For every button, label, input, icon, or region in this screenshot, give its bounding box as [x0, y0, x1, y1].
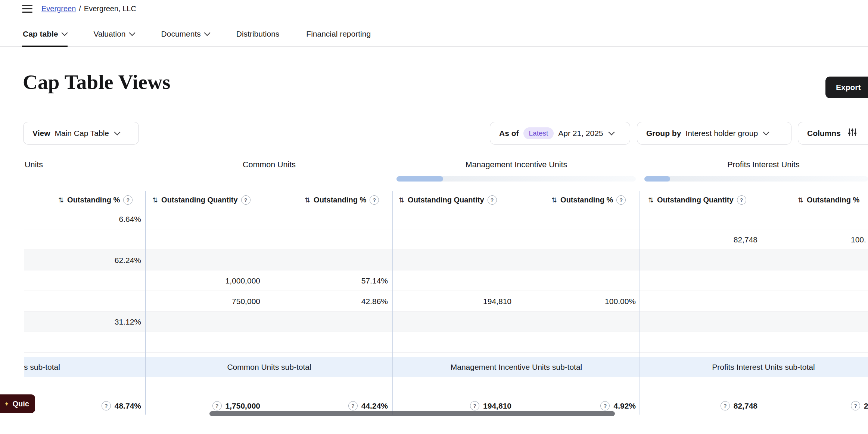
export-button[interactable]: Export — [825, 77, 868, 98]
subtotal-gap-row — [24, 377, 868, 396]
table-row[interactable] — [24, 332, 868, 353]
as-of-label: As of — [499, 129, 519, 138]
view-value: Main Cap Table — [55, 129, 109, 138]
help-icon[interactable]: ? — [737, 195, 746, 205]
table-row[interactable]: 82,748 100. — [24, 229, 868, 250]
tab-valuation-label: Valuation — [94, 30, 126, 38]
cell-outstanding-quantity: 194,810 — [393, 291, 511, 311]
subtotal-label-profits-interest-units: Profits Interest Units sub-total — [640, 357, 868, 377]
breadcrumb-current: Evergreen, LLC — [84, 4, 136, 13]
help-icon[interactable]: ? — [370, 195, 379, 205]
group-scroll-thumb[interactable] — [644, 176, 670, 182]
table-row[interactable]: 62.24% — [24, 250, 868, 270]
help-icon[interactable]: ? — [102, 401, 111, 410]
sort-icon[interactable]: ⇅ — [648, 196, 654, 204]
columns-label: Columns — [807, 129, 841, 138]
help-icon[interactable]: ? — [470, 401, 479, 410]
tab-documents-label: Documents — [161, 30, 201, 38]
help-icon[interactable]: ? — [241, 195, 251, 205]
tab-financial-reporting-label: Financial reporting — [306, 30, 371, 38]
group-scroll-thumb[interactable] — [396, 176, 443, 182]
subtotal-outstanding-quantity: ? 82,748 — [640, 396, 757, 416]
table-row[interactable]: 6.64% — [24, 209, 868, 229]
header-outstanding-pct[interactable]: ⇅ Outstanding % — [798, 191, 859, 209]
tab-cap-table[interactable]: Cap table — [23, 22, 67, 46]
sort-icon[interactable]: ⇅ — [152, 196, 158, 204]
tab-valuation[interactable]: Valuation — [94, 22, 134, 46]
tab-documents[interactable]: Documents — [161, 22, 209, 46]
header-outstanding-pct[interactable]: ⇅ Outstanding % ? — [305, 191, 379, 209]
sort-icon[interactable]: ⇅ — [305, 196, 310, 204]
help-icon[interactable]: ? — [851, 401, 860, 410]
sort-icon[interactable]: ⇅ — [551, 196, 557, 204]
as-of-date: Apr 21, 2025 — [558, 129, 603, 138]
cell-outstanding-quantity: 750,000 — [146, 291, 260, 311]
column-header-row: ⇅ Outstanding % ? ⇅ Outstanding Quantity… — [24, 191, 868, 210]
table-row[interactable]: 1,000,000 57.14% — [24, 270, 868, 291]
sort-icon[interactable]: ⇅ — [58, 196, 64, 204]
help-icon[interactable]: ? — [488, 195, 497, 205]
top-bar: Evergreen / Evergreen, LLC — [22, 4, 136, 13]
header-outstanding-pct[interactable]: ⇅ Outstanding % ? — [551, 191, 626, 209]
help-icon[interactable]: ? — [123, 195, 133, 205]
hamburger-menu-icon[interactable] — [22, 5, 32, 13]
header-outstanding-quantity[interactable]: ⇅ Outstanding Quantity ? — [648, 191, 746, 209]
breadcrumb-company-link[interactable]: Evergreen — [41, 4, 76, 13]
group-by-selector[interactable]: Group by Interest holder group — [637, 122, 791, 145]
view-selector[interactable]: View Main Cap Table — [23, 122, 139, 145]
cap-table-viewport: Units Common Units Management Incentive … — [24, 159, 868, 434]
cell-outstanding-pct: 100.00% — [545, 291, 636, 311]
view-label: View — [32, 129, 50, 138]
latest-badge: Latest — [523, 127, 554, 139]
horizontal-scrollbar[interactable] — [209, 411, 615, 416]
cell-outstanding-quantity: 82,748 — [640, 229, 757, 250]
cell-outstanding-pct: 6.64% — [46, 209, 141, 229]
chevron-down-icon — [204, 30, 210, 36]
group-label-management-incentive-units: Management Incentive Units — [393, 159, 640, 171]
group-scroll-indicator[interactable] — [396, 176, 636, 182]
header-outstanding-quantity[interactable]: ⇅ Outstanding Quantity ? — [399, 191, 497, 209]
chevron-down-icon — [763, 129, 769, 135]
group-by-label: Group by — [646, 129, 681, 138]
group-scroll-indicator[interactable] — [644, 176, 868, 182]
group-label-units-clipped: Units — [25, 159, 43, 171]
help-icon[interactable]: ? — [600, 401, 610, 410]
tab-cap-table-label: Cap table — [23, 30, 58, 38]
as-of-date-selector[interactable]: As of Latest Apr 21, 2025 — [490, 122, 630, 145]
sort-icon[interactable]: ⇅ — [798, 196, 803, 204]
cell-outstanding-pct: 62.24% — [46, 250, 141, 270]
subtotal-label-clipped: s sub-total — [24, 357, 60, 377]
quick-start-label: Quic — [12, 400, 29, 408]
columns-button[interactable]: Columns — [798, 122, 868, 145]
header-outstanding-pct[interactable]: ⇅ Outstanding % ? — [58, 191, 133, 209]
quick-start-button[interactable]: ✦ Quic — [0, 394, 35, 413]
chevron-down-icon — [608, 129, 615, 135]
group-separator — [145, 191, 146, 415]
help-icon[interactable]: ? — [348, 401, 358, 410]
chevron-down-icon — [129, 30, 135, 36]
page-title: Cap Table Views — [23, 70, 171, 94]
subtotal-outstanding-pct: ? 2. — [851, 396, 868, 416]
header-outstanding-quantity[interactable]: ⇅ Outstanding Quantity ? — [152, 191, 251, 209]
group-by-value: Interest holder group — [685, 129, 758, 138]
column-settings-icon — [847, 127, 857, 139]
help-icon[interactable]: ? — [212, 401, 222, 410]
help-icon[interactable]: ? — [616, 195, 626, 205]
subtotal-outstanding-pct: ? 48.74% — [46, 396, 141, 416]
subtotal-label-row: s sub-total Common Units sub-total Manag… — [24, 357, 868, 377]
table-row[interactable]: 750,000 42.86% 194,810 100.00% — [24, 291, 868, 311]
tab-distributions[interactable]: Distributions — [236, 22, 280, 46]
chevron-down-icon — [114, 129, 121, 135]
primary-nav: Cap table Valuation Documents Distributi… — [0, 22, 868, 47]
group-label-common-units: Common Units — [146, 159, 393, 171]
tab-financial-reporting[interactable]: Financial reporting — [306, 22, 371, 46]
row-spacer — [24, 353, 868, 357]
table-row[interactable]: 31.12% — [24, 311, 868, 332]
breadcrumb-separator: / — [79, 4, 81, 13]
cell-outstanding-pct: 31.12% — [46, 311, 141, 332]
cell-outstanding-pct: 57.14% — [298, 270, 388, 291]
breadcrumb: Evergreen / Evergreen, LLC — [41, 4, 136, 13]
cap-table: Units Common Units Management Incentive … — [24, 159, 868, 434]
help-icon[interactable]: ? — [721, 401, 730, 410]
sort-icon[interactable]: ⇅ — [399, 196, 404, 204]
